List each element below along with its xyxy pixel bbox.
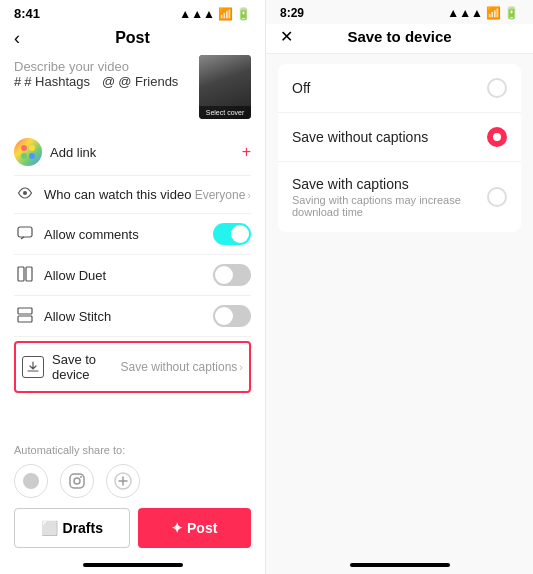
- svg-point-10: [23, 473, 39, 489]
- option-off-radio[interactable]: [487, 78, 507, 98]
- right-panel: 8:29 ▲▲▲ 📶 🔋 ✕ Save to device Off Save w…: [266, 0, 533, 574]
- share-circle-instagram[interactable]: [60, 464, 94, 498]
- add-link-label: Add link: [50, 145, 242, 160]
- svg-point-2: [21, 153, 27, 159]
- close-button[interactable]: ✕: [280, 27, 293, 46]
- battery-icon: 🔋: [236, 7, 251, 21]
- stitch-icon: [14, 307, 36, 326]
- hashtags-button[interactable]: # # Hashtags: [14, 74, 90, 89]
- signal-icon-right: ▲▲▲: [447, 6, 483, 20]
- svg-point-4: [23, 191, 27, 195]
- at-icon: @: [102, 74, 115, 89]
- who-watch-row[interactable]: Who can watch this video Everyone ›: [14, 176, 251, 214]
- svg-point-13: [80, 476, 82, 478]
- svg-rect-11: [70, 474, 84, 488]
- home-indicator-right: [266, 556, 533, 574]
- save-device-value: Save without captions ›: [121, 360, 243, 374]
- save-device-chevron-icon: ›: [239, 361, 243, 373]
- hashtag-icon: #: [14, 74, 21, 89]
- allow-stitch-toggle[interactable]: [213, 305, 251, 327]
- option-with-captions-sublabel: Saving with captions may increase downlo…: [292, 194, 487, 218]
- option-with-captions-radio[interactable]: [487, 187, 507, 207]
- add-link-plus-icon: +: [242, 143, 251, 161]
- drafts-button[interactable]: ⬜ Drafts: [14, 508, 130, 548]
- describe-placeholder[interactable]: Describe your video: [14, 59, 178, 74]
- wifi-icon-right: 📶: [486, 6, 501, 20]
- status-icons-right: ▲▲▲ 📶 🔋: [447, 6, 519, 20]
- svg-rect-9: [18, 316, 32, 322]
- left-panel: 8:41 ▲▲▲ 📶 🔋 ‹ Post Describe your video …: [0, 0, 266, 574]
- save-device-row[interactable]: Save to device Save without captions ›: [14, 341, 251, 393]
- download-icon: [22, 356, 44, 378]
- toggle-knob-duet: [215, 266, 233, 284]
- battery-icon-right: 🔋: [504, 6, 519, 20]
- who-watch-label: Who can watch this video: [44, 187, 195, 202]
- option-no-captions-radio[interactable]: [487, 127, 507, 147]
- save-device-label: Save to device: [52, 352, 121, 382]
- option-no-captions-row[interactable]: Save without captions: [278, 113, 521, 162]
- page-title-right: Save to device: [347, 28, 451, 45]
- time-left: 8:41: [14, 6, 40, 21]
- status-bar-left: 8:41 ▲▲▲ 📶 🔋: [0, 0, 265, 25]
- bottom-actions: Automatically share to: ⬜: [0, 436, 265, 556]
- share-icons-row: [14, 464, 251, 498]
- allow-comments-label: Allow comments: [44, 227, 213, 242]
- allow-comments-toggle[interactable]: [213, 223, 251, 245]
- allow-duet-label: Allow Duet: [44, 268, 213, 283]
- save-options-list: Off Save without captions Save with capt…: [278, 64, 521, 232]
- option-off-label-wrap: Off: [292, 80, 487, 96]
- option-off-row[interactable]: Off: [278, 64, 521, 113]
- friends-button[interactable]: @ @ Friends: [102, 74, 178, 89]
- svg-point-3: [29, 153, 35, 159]
- who-watch-value: Everyone ›: [195, 188, 251, 202]
- comments-icon: [14, 225, 36, 244]
- top-nav-left: ‹ Post: [0, 25, 265, 55]
- video-thumbnail[interactable]: Select cover: [199, 55, 251, 119]
- status-bar-right: 8:29 ▲▲▲ 📶 🔋: [266, 0, 533, 24]
- post-button[interactable]: ✦ Post: [138, 508, 252, 548]
- watch-icon: [14, 185, 36, 204]
- duet-icon: [14, 266, 36, 285]
- toggle-knob-stitch: [215, 307, 233, 325]
- svg-point-1: [29, 145, 35, 151]
- toggle-knob: [231, 225, 249, 243]
- option-no-captions-label: Save without captions: [292, 129, 487, 145]
- post-content: Describe your video # # Hashtags @ @ Fri…: [0, 55, 265, 436]
- page-title-left: Post: [115, 29, 150, 47]
- hashtag-row: # # Hashtags @ @ Friends: [14, 74, 178, 89]
- allow-comments-row: Allow comments: [14, 214, 251, 255]
- chevron-icon: ›: [247, 189, 251, 201]
- home-bar-right: [350, 563, 450, 567]
- home-bar-left: [83, 563, 183, 567]
- option-with-captions-label: Save with captions: [292, 176, 487, 192]
- auto-share-label: Automatically share to:: [14, 444, 251, 456]
- svg-point-12: [74, 478, 80, 484]
- video-describe-section: Describe your video # # Hashtags @ @ Fri…: [14, 55, 251, 119]
- svg-rect-8: [18, 308, 32, 314]
- top-nav-right: ✕ Save to device: [266, 24, 533, 54]
- allow-stitch-label: Allow Stitch: [44, 309, 213, 324]
- add-link-row[interactable]: Add link +: [14, 129, 251, 176]
- time-right: 8:29: [280, 6, 304, 20]
- share-circle-tiktok[interactable]: [14, 464, 48, 498]
- svg-point-0: [21, 145, 27, 151]
- option-no-captions-label-wrap: Save without captions: [292, 129, 487, 145]
- add-link-color-icon: [14, 138, 42, 166]
- drafts-icon: ⬜: [41, 520, 58, 536]
- action-buttons: ⬜ Drafts ✦ Post: [14, 508, 251, 548]
- back-button[interactable]: ‹: [14, 28, 20, 49]
- svg-rect-6: [18, 267, 24, 281]
- select-cover-button[interactable]: Select cover: [199, 106, 251, 119]
- share-circle-add[interactable]: [106, 464, 140, 498]
- wifi-icon: 📶: [218, 7, 233, 21]
- allow-duet-toggle[interactable]: [213, 264, 251, 286]
- option-with-captions-label-wrap: Save with captions Saving with captions …: [292, 176, 487, 218]
- option-with-captions-row[interactable]: Save with captions Saving with captions …: [278, 162, 521, 232]
- signal-icon: ▲▲▲: [179, 7, 215, 21]
- status-icons-left: ▲▲▲ 📶 🔋: [179, 7, 251, 21]
- home-indicator-left: [0, 556, 265, 574]
- svg-rect-7: [26, 267, 32, 281]
- svg-rect-5: [18, 227, 32, 237]
- option-off-label: Off: [292, 80, 487, 96]
- allow-duet-row: Allow Duet: [14, 255, 251, 296]
